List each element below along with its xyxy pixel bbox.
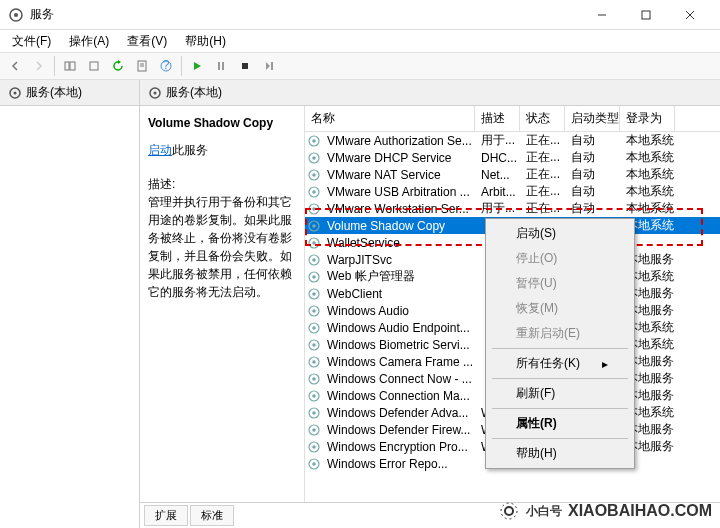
svg-point-57 bbox=[312, 428, 316, 432]
service-icon bbox=[307, 355, 321, 369]
cell-name: Windows Defender Adva... bbox=[321, 405, 475, 421]
export-button[interactable] bbox=[83, 55, 105, 77]
table-row[interactable]: VMware DHCP ServiceDHC...正在...自动本地系统 bbox=[305, 149, 720, 166]
stop-service-icon[interactable] bbox=[234, 55, 256, 77]
ctx-pause[interactable]: 暂停(U) bbox=[488, 271, 632, 296]
svg-point-63 bbox=[501, 503, 517, 519]
titlebar: 服务 bbox=[0, 0, 720, 30]
watermark-brand: 小白号 bbox=[526, 503, 562, 520]
svg-point-33 bbox=[312, 224, 316, 228]
cell-name: VMware Workstation Ser... bbox=[321, 201, 475, 217]
cell-desc: 用于... bbox=[475, 199, 520, 218]
cell-name: Volume Shadow Copy bbox=[321, 218, 475, 234]
watermark: 小白号 XIAOBAIHAO.COM bbox=[498, 500, 712, 522]
tab-extended[interactable]: 扩展 bbox=[144, 505, 188, 526]
service-icon bbox=[307, 253, 321, 267]
help-icon[interactable]: ? bbox=[155, 55, 177, 77]
ctx-refresh[interactable]: 刷新(F) bbox=[488, 381, 632, 406]
ctx-start[interactable]: 启动(S) bbox=[488, 221, 632, 246]
nav-root-label: 服务(本地) bbox=[26, 84, 82, 101]
col-status[interactable]: 状态 bbox=[520, 106, 565, 131]
cell-name: VMware NAT Service bbox=[321, 167, 475, 183]
cell-name: Windows Defender Firew... bbox=[321, 422, 475, 438]
svg-rect-14 bbox=[218, 62, 220, 70]
chevron-right-icon: ▸ bbox=[602, 357, 608, 371]
forward-button[interactable] bbox=[28, 55, 50, 77]
svg-point-37 bbox=[312, 258, 316, 262]
ctx-help[interactable]: 帮助(H) bbox=[488, 441, 632, 466]
menu-file[interactable]: 文件(F) bbox=[4, 31, 59, 52]
svg-point-47 bbox=[312, 343, 316, 347]
nav-tree: 服务(本地) bbox=[0, 80, 140, 528]
show-hide-button[interactable] bbox=[59, 55, 81, 77]
service-icon bbox=[307, 202, 321, 216]
cell-name: Windows Audio bbox=[321, 303, 475, 319]
service-icon bbox=[307, 389, 321, 403]
col-start[interactable]: 启动类型 bbox=[565, 106, 620, 131]
svg-rect-3 bbox=[642, 11, 650, 19]
table-row[interactable]: VMware USB Arbitration ...Arbit...正在...自… bbox=[305, 183, 720, 200]
cell-name: Windows Error Repo... bbox=[321, 456, 475, 472]
cell-name: WalletService bbox=[321, 235, 475, 251]
service-icon bbox=[307, 151, 321, 165]
service-icon bbox=[307, 134, 321, 148]
service-icon bbox=[307, 338, 321, 352]
svg-rect-6 bbox=[65, 62, 69, 70]
svg-rect-7 bbox=[70, 62, 75, 70]
service-icon bbox=[307, 423, 321, 437]
col-logon[interactable]: 登录为 bbox=[620, 106, 675, 131]
back-button[interactable] bbox=[4, 55, 26, 77]
svg-point-51 bbox=[312, 377, 316, 381]
table-row[interactable]: VMware NAT ServiceNet...正在...自动本地系统 bbox=[305, 166, 720, 183]
ctx-properties[interactable]: 属性(R) bbox=[488, 411, 632, 436]
svg-point-53 bbox=[312, 394, 316, 398]
minimize-button[interactable] bbox=[580, 0, 624, 30]
svg-rect-16 bbox=[242, 63, 248, 69]
svg-point-43 bbox=[312, 309, 316, 313]
start-link[interactable]: 启动 bbox=[148, 143, 172, 157]
table-row[interactable]: VMware Workstation Ser...用于...正在...自动本地系… bbox=[305, 200, 720, 217]
properties-icon[interactable] bbox=[131, 55, 153, 77]
menu-view[interactable]: 查看(V) bbox=[119, 31, 175, 52]
cell-name: WarpJITSvc bbox=[321, 252, 475, 268]
ctx-resume[interactable]: 恢复(M) bbox=[488, 296, 632, 321]
tab-standard[interactable]: 标准 bbox=[190, 505, 234, 526]
pause-service-icon[interactable] bbox=[210, 55, 232, 77]
maximize-button[interactable] bbox=[624, 0, 668, 30]
cell-name: Windows Camera Frame ... bbox=[321, 354, 475, 370]
ctx-stop[interactable]: 停止(O) bbox=[488, 246, 632, 271]
cell-start: 自动 bbox=[565, 199, 620, 218]
content-header-label: 服务(本地) bbox=[166, 84, 222, 101]
col-desc[interactable]: 描述 bbox=[475, 106, 520, 131]
detail-pane: Volume Shadow Copy 启动此服务 描述: 管理并执行用于备份和其… bbox=[140, 106, 305, 502]
cell-desc: Arbit... bbox=[475, 184, 520, 200]
start-service-icon[interactable] bbox=[186, 55, 208, 77]
service-icon bbox=[307, 236, 321, 250]
svg-text:?: ? bbox=[163, 59, 170, 72]
table-row[interactable]: VMware Authorization Se...用于...正在...自动本地… bbox=[305, 132, 720, 149]
refresh-icon[interactable] bbox=[107, 55, 129, 77]
service-icon bbox=[307, 304, 321, 318]
svg-point-35 bbox=[312, 241, 316, 245]
cell-status: 正在... bbox=[520, 199, 565, 218]
cell-name: WebClient bbox=[321, 286, 475, 302]
svg-point-49 bbox=[312, 360, 316, 364]
ctx-all-tasks[interactable]: 所有任务(K)▸ bbox=[488, 351, 632, 376]
col-name[interactable]: 名称 bbox=[305, 106, 475, 131]
service-icon bbox=[307, 440, 321, 454]
service-icon bbox=[307, 321, 321, 335]
list-header: 名称 描述 状态 启动类型 登录为 bbox=[305, 106, 720, 132]
ctx-restart[interactable]: 重新启动(E) bbox=[488, 321, 632, 346]
menubar: 文件(F) 操作(A) 查看(V) 帮助(H) bbox=[0, 30, 720, 52]
svg-point-55 bbox=[312, 411, 316, 415]
service-icon bbox=[307, 287, 321, 301]
restart-service-icon[interactable] bbox=[258, 55, 280, 77]
close-button[interactable] bbox=[668, 0, 712, 30]
svg-rect-17 bbox=[271, 62, 273, 70]
menu-action[interactable]: 操作(A) bbox=[61, 31, 117, 52]
cell-name: Windows Encryption Pro... bbox=[321, 439, 475, 455]
svg-point-21 bbox=[154, 91, 157, 94]
svg-point-19 bbox=[14, 91, 17, 94]
nav-root[interactable]: 服务(本地) bbox=[0, 80, 139, 106]
menu-help[interactable]: 帮助(H) bbox=[177, 31, 234, 52]
